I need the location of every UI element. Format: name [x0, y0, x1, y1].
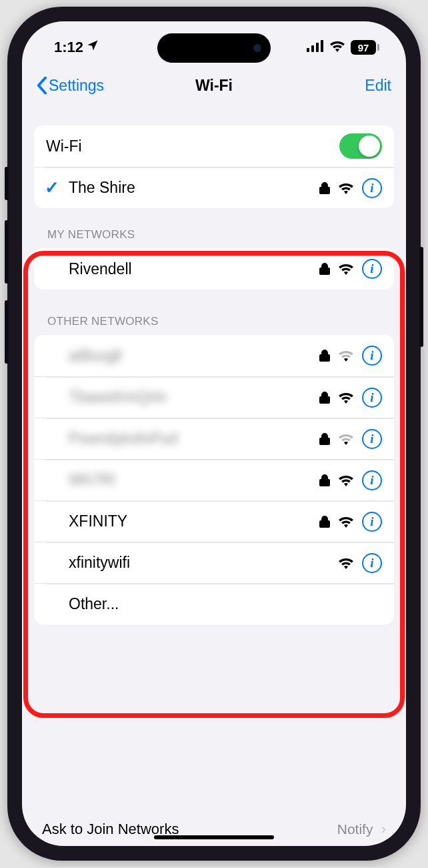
- network-name: aiBsxgll: [69, 347, 319, 365]
- side-button: [5, 300, 9, 364]
- phone-frame: 1:12 97 Settings: [7, 7, 421, 861]
- network-row[interactable]: XFINITYi: [34, 500, 394, 542]
- network-row[interactable]: aiBsxglli: [34, 335, 394, 376]
- lock-icon: [319, 391, 330, 404]
- status-time: 1:12: [54, 39, 83, 56]
- page-title: Wi-Fi: [195, 77, 233, 95]
- network-row[interactable]: Wh7Rli: [34, 459, 394, 500]
- wifi-signal-icon: [338, 433, 354, 445]
- lock-icon: [319, 474, 330, 487]
- network-name: PxwndyksfoPud: [69, 430, 319, 448]
- info-button[interactable]: i: [362, 470, 382, 490]
- svg-rect-3: [321, 40, 323, 52]
- network-name: xfinitywifi: [69, 554, 338, 572]
- other-network-row[interactable]: Other...: [34, 583, 394, 624]
- checkmark-icon: ✓: [45, 177, 59, 198]
- network-name: TbawsKmQrtn: [69, 388, 319, 406]
- network-name: XFINITY: [69, 512, 319, 530]
- lock-icon: [319, 515, 330, 528]
- svg-rect-1: [311, 45, 314, 52]
- svg-rect-2: [316, 43, 319, 52]
- info-button[interactable]: i: [362, 259, 382, 279]
- lock-icon: [319, 349, 330, 362]
- side-button: [5, 167, 9, 200]
- dynamic-island: [157, 33, 271, 63]
- network-row[interactable]: Rivendelli: [34, 248, 394, 290]
- info-button[interactable]: i: [362, 388, 382, 408]
- wifi-toggle-label: Wi-Fi: [46, 137, 339, 155]
- info-button[interactable]: i: [362, 553, 382, 573]
- wifi-status-icon: [329, 39, 345, 56]
- wifi-card: Wi-Fi ✓ The Shire i: [34, 125, 394, 208]
- wifi-toggle[interactable]: [339, 133, 382, 159]
- info-button[interactable]: i: [362, 178, 382, 198]
- my-networks-header: MY NETWORKS: [34, 208, 394, 248]
- other-networks-header: OTHER NETWORKS: [34, 290, 394, 335]
- other-label: Other...: [69, 595, 382, 613]
- connected-network-row[interactable]: ✓ The Shire i: [34, 167, 394, 208]
- lock-icon: [319, 262, 330, 276]
- chevron-left-icon: [37, 77, 47, 94]
- my-networks-card: Rivendelli: [34, 248, 394, 290]
- side-button: [5, 220, 9, 284]
- cellular-icon: [307, 39, 324, 56]
- side-button: [419, 247, 423, 347]
- ask-to-join-value: Notify: [337, 821, 373, 837]
- other-networks-card: aiBsxglliTbawsKmQrtniPxwndyksfoPudiWh7Rl…: [34, 335, 394, 624]
- chevron-right-icon: ›: [377, 821, 386, 837]
- wifi-signal-icon: [338, 474, 354, 486]
- svg-rect-0: [307, 48, 309, 52]
- network-row[interactable]: TbawsKmQrtni: [34, 376, 394, 418]
- wifi-signal-icon: [338, 516, 354, 528]
- wifi-toggle-row[interactable]: Wi-Fi: [34, 125, 394, 167]
- back-button[interactable]: Settings: [37, 77, 104, 95]
- battery-indicator: 97: [351, 40, 379, 55]
- info-button[interactable]: i: [362, 429, 382, 449]
- info-button[interactable]: i: [362, 346, 382, 366]
- wifi-signal-icon: [338, 557, 354, 569]
- wifi-signal-icon: [338, 263, 354, 275]
- lock-icon: [319, 432, 330, 446]
- wifi-signal-icon: [338, 350, 354, 362]
- info-button[interactable]: i: [362, 512, 382, 532]
- back-label: Settings: [49, 77, 104, 95]
- edit-button[interactable]: Edit: [365, 77, 391, 95]
- network-name: Rivendell: [69, 260, 319, 278]
- network-row[interactable]: xfinitywifii: [34, 542, 394, 583]
- lock-icon: [319, 181, 330, 195]
- wifi-signal-icon: [338, 182, 354, 194]
- wifi-signal-icon: [338, 392, 354, 404]
- home-indicator: [154, 835, 274, 839]
- location-icon: [86, 39, 99, 56]
- screen: 1:12 97 Settings: [22, 21, 406, 846]
- nav-bar: Settings Wi-Fi Edit: [22, 67, 406, 104]
- network-row[interactable]: PxwndyksfoPudi: [34, 418, 394, 459]
- connected-network-name: The Shire: [69, 179, 319, 197]
- network-name: Wh7Rl: [69, 471, 319, 489]
- content: Wi-Fi ✓ The Shire i MY NETWORKS Rivendel…: [22, 104, 406, 624]
